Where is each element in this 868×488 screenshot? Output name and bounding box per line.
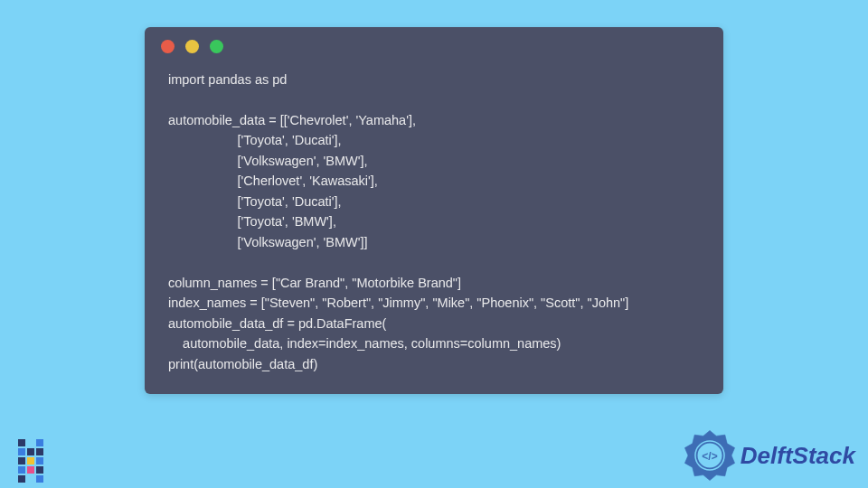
left-logo-icon bbox=[9, 439, 52, 483]
close-icon bbox=[161, 40, 175, 53]
maximize-icon bbox=[210, 40, 223, 53]
delftstack-text: DelftStack bbox=[741, 442, 855, 470]
delftstack-badge-icon: </> bbox=[683, 428, 737, 483]
code-window: import pandas as pd automobile_data = [[… bbox=[145, 27, 723, 394]
svg-text:</>: </> bbox=[702, 450, 717, 463]
window-titlebar bbox=[145, 27, 723, 59]
minimize-icon bbox=[185, 40, 199, 53]
delftstack-logo: </> DelftStack bbox=[683, 428, 855, 483]
code-block: import pandas as pd automobile_data = [[… bbox=[145, 59, 723, 394]
